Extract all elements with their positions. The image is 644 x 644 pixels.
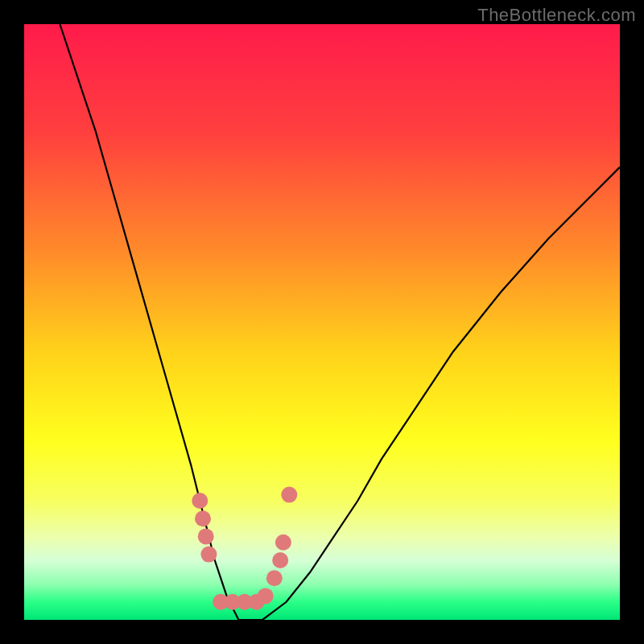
data-marker — [266, 570, 283, 586]
plot-area — [24, 24, 620, 620]
watermark-label: TheBottleneck.com — [477, 5, 636, 26]
bottleneck-chart — [24, 24, 620, 620]
gradient-background — [24, 24, 620, 620]
data-marker — [275, 535, 291, 551]
data-marker — [195, 510, 211, 526]
data-marker — [258, 588, 274, 604]
data-marker — [200, 547, 217, 563]
data-marker — [281, 487, 297, 503]
data-marker — [192, 493, 208, 509]
chart-frame: TheBottleneck.com — [0, 0, 644, 644]
data-marker — [198, 528, 214, 544]
data-marker — [272, 552, 288, 568]
